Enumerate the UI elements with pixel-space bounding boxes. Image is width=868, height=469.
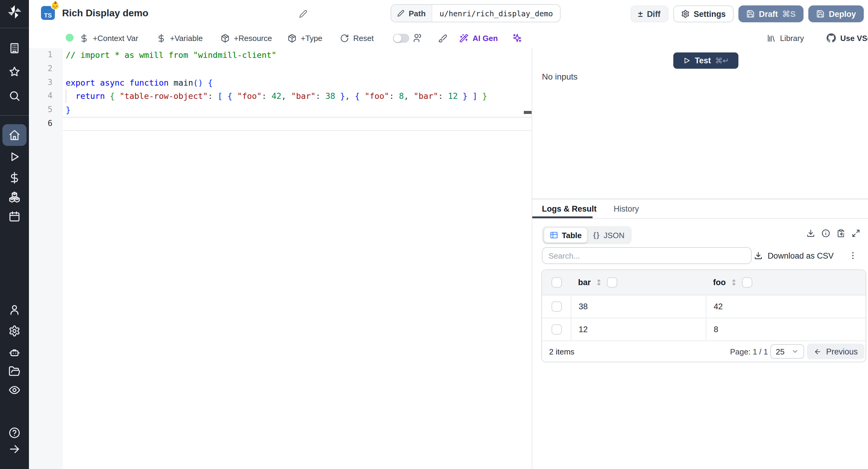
info-icon[interactable] xyxy=(822,229,830,238)
wand-sparkles-icon xyxy=(459,33,468,42)
table-header-row: bar foo xyxy=(542,270,866,295)
tab-logs-result[interactable]: Logs & Result xyxy=(542,199,597,218)
active-tab-underline xyxy=(532,216,592,218)
result-table: bar foo 3842128 2 items Page: 1 / 1 25 xyxy=(541,270,866,362)
user-icon[interactable] xyxy=(8,304,21,316)
tab-history[interactable]: History xyxy=(614,199,639,218)
braces-icon: {} xyxy=(593,231,600,239)
test-button[interactable]: Test ⌘↵ xyxy=(673,53,738,69)
draft-button[interactable]: Draft ⌘S xyxy=(738,5,804,22)
line-number: 3 xyxy=(29,76,63,90)
editor-gutter: 123456 xyxy=(29,48,63,469)
download-csv-button[interactable]: Download as CSV xyxy=(754,251,834,260)
column-header-bar[interactable]: bar xyxy=(578,278,591,287)
code-editor[interactable]: 123456 // import * as wmill from "windmi… xyxy=(29,48,532,469)
library-button[interactable]: Library xyxy=(767,28,804,48)
edit-path-button[interactable]: Path xyxy=(391,5,432,22)
workers-robot-icon[interactable] xyxy=(8,347,21,359)
table-icon xyxy=(550,231,558,239)
line-number: 5 xyxy=(29,103,63,117)
result-tabs: Logs & Result History xyxy=(532,199,868,219)
search-input[interactable] xyxy=(542,247,752,264)
help-icon[interactable] xyxy=(8,427,21,439)
package-icon xyxy=(287,33,297,42)
row-checkbox[interactable] xyxy=(551,324,561,335)
code-line[interactable]: // import * as wmill from "windmill-clie… xyxy=(66,48,532,62)
code-line[interactable] xyxy=(66,62,532,76)
settings-gear-icon xyxy=(681,10,689,18)
expand-arrow-icon[interactable] xyxy=(8,443,21,455)
users-icon[interactable] xyxy=(413,33,423,43)
add-context-var-button[interactable]: +Context Var xyxy=(80,28,138,48)
editor-toolbar: +Context Var +Variable +Resource +Type R… xyxy=(29,28,868,49)
column-toggle-checkbox[interactable] xyxy=(742,277,752,287)
view-json-button[interactable]: {} JSON xyxy=(588,228,630,242)
select-all-checkbox[interactable] xyxy=(551,277,561,287)
topbar: TS 👶 Rich Display demo Path u/henri/rich… xyxy=(29,0,868,28)
settings-gear-icon[interactable] xyxy=(8,325,21,337)
view-table-button[interactable]: Table xyxy=(544,227,588,243)
row-checkbox[interactable] xyxy=(551,302,561,312)
code-line[interactable]: } xyxy=(66,103,532,117)
building-icon[interactable] xyxy=(8,42,21,54)
use-vscode-button[interactable]: Use VScode xyxy=(827,28,868,48)
column-toggle-checkbox[interactable] xyxy=(607,277,617,287)
format-brush-icon[interactable] xyxy=(438,34,447,43)
page-indicator: Page: 1 / 1 xyxy=(730,347,768,356)
sidebar-divider-top xyxy=(0,28,29,28)
previous-page-button[interactable]: Previous xyxy=(807,344,864,359)
download-icon[interactable] xyxy=(807,229,815,238)
search-icon[interactable] xyxy=(8,90,21,102)
table-row[interactable]: 3842 xyxy=(542,295,866,318)
sort-icon[interactable] xyxy=(730,279,738,286)
code-line[interactable]: export async function main() { xyxy=(66,76,532,90)
table-row[interactable]: 128 xyxy=(542,318,866,341)
schedules-calendar-icon[interactable] xyxy=(8,210,21,222)
windmill-logo-icon[interactable] xyxy=(7,4,22,20)
folder-icon[interactable] xyxy=(8,365,21,377)
github-icon xyxy=(827,33,836,43)
play-icon xyxy=(683,57,690,64)
download-icon xyxy=(754,251,763,260)
dollar-icon xyxy=(80,33,89,42)
path-value[interactable]: u/henri/rich_display_demo xyxy=(432,5,560,22)
sparkles-icon[interactable] xyxy=(513,33,522,43)
path-badge: Path u/henri/rich_display_demo xyxy=(391,4,561,22)
diff-button[interactable]: ± Diff xyxy=(630,5,668,22)
table-body: 3842128 xyxy=(542,295,866,341)
add-variable-button[interactable]: +Variable xyxy=(157,28,203,48)
save-icon xyxy=(816,10,825,18)
ai-gen-button[interactable]: AI Gen xyxy=(459,28,498,48)
page-size-select[interactable]: 25 xyxy=(770,344,804,359)
editor-code[interactable]: // import * as wmill from "windmill-clie… xyxy=(66,48,532,131)
code-line[interactable] xyxy=(66,117,532,131)
variables-dollar-icon[interactable] xyxy=(8,172,21,184)
code-line[interactable]: return { "table-row-object": [ { "foo": … xyxy=(66,90,532,103)
table-cell: 42 xyxy=(714,302,723,311)
table-footer: 2 items Page: 1 / 1 25 Previous xyxy=(542,341,866,362)
sort-icon[interactable] xyxy=(595,279,603,286)
page-title: Rich Display demo xyxy=(62,8,148,19)
path-pencil-icon xyxy=(397,10,404,17)
edit-title-pencil-icon[interactable] xyxy=(299,10,307,18)
more-options-kebab-icon[interactable] xyxy=(848,251,858,260)
resources-cubes-icon[interactable] xyxy=(8,191,21,203)
maximize-icon[interactable] xyxy=(852,229,860,238)
home-icon[interactable] xyxy=(8,129,21,141)
settings-button[interactable]: Settings xyxy=(673,5,734,22)
assistant-toggle[interactable] xyxy=(393,34,409,43)
test-shortcut: ⌘↵ xyxy=(715,56,729,65)
clipboard-copy-icon[interactable] xyxy=(837,229,845,238)
line-number: 2 xyxy=(29,62,63,76)
add-resource-button[interactable]: +Resource xyxy=(221,28,272,48)
sidebar xyxy=(0,0,29,469)
library-icon xyxy=(767,33,776,42)
path-label: Path xyxy=(409,9,426,18)
deploy-button[interactable]: Deploy xyxy=(808,5,864,22)
column-header-foo[interactable]: foo xyxy=(713,278,726,287)
runs-play-icon[interactable] xyxy=(8,151,21,163)
star-icon[interactable] xyxy=(8,66,21,78)
reset-button[interactable]: Reset xyxy=(340,28,374,48)
add-type-button[interactable]: +Type xyxy=(287,28,322,48)
eye-icon[interactable] xyxy=(8,384,21,396)
